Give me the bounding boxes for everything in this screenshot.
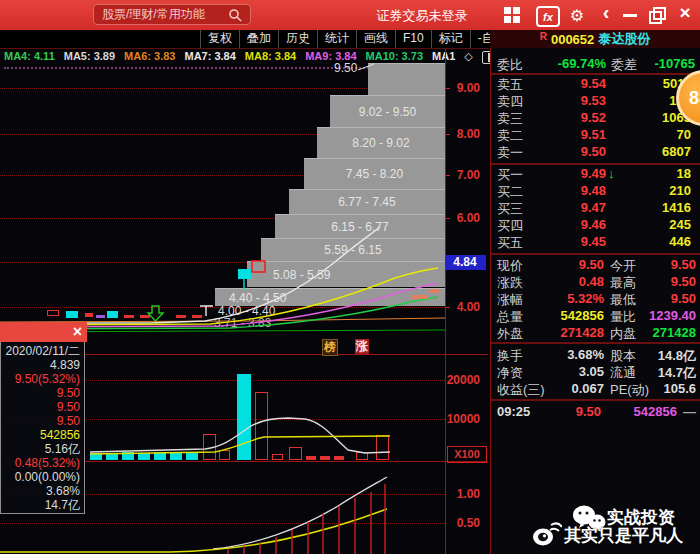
settings-gear-icon[interactable]: ⚙ (568, 6, 586, 24)
price-marker: 4.84 (444, 255, 486, 270)
bid-label: 买五 (497, 234, 523, 252)
toolbar-button-5[interactable]: 画线 (356, 30, 395, 48)
weibi-row: 委比-69.74%委差-10765 (491, 56, 700, 72)
bid-price: 9.47 (531, 200, 606, 215)
title-bar: 股票/理财/常用功能 证券交易未登录 fx ⚙ ‹ × (0, 0, 700, 30)
stat-value: 5.32% (533, 291, 604, 306)
popup-row-10: 0.00(0.00%) (1, 470, 84, 484)
formula-fx-icon[interactable]: fx (536, 6, 560, 27)
search-placeholder: 股票/理财/常用功能 (102, 6, 205, 23)
stat-value: 9.50 (621, 291, 696, 306)
bid-volume: 1416 (606, 200, 691, 215)
ask-price: 9.52 (531, 110, 606, 125)
popup-values: 2020/02/11/二4.8399.50(5.32%)9.509.509.50… (0, 342, 85, 514)
top-border (0, 48, 488, 49)
stat-label: 涨幅 (497, 291, 523, 309)
volume-bar (255, 392, 268, 460)
ma-label-2: MA5: 3.89 (64, 50, 115, 63)
stat-value: 9.50 (621, 274, 696, 289)
stock-header[interactable]: R 000652 泰达股份 (490, 30, 700, 48)
separator (491, 73, 700, 75)
stat-row-2: 涨跌0.48最高9.50 (491, 274, 700, 290)
popup-row-2: 4.839 (1, 358, 84, 372)
stat-row-7: 净资3.05流通14.7亿 (491, 364, 700, 380)
close-icon[interactable]: × (676, 4, 694, 22)
stat-value: 3.68% (533, 347, 604, 362)
ladder-box-4: 7.45 - 8.20 (304, 158, 445, 189)
bid-row-1: 买一9.49↓18 (491, 166, 700, 182)
restore-window-icon[interactable] (649, 6, 665, 24)
ask-volume: 70 (606, 127, 691, 142)
ma-label-4: MA7: 3.84 (184, 50, 235, 63)
ticker-row: 09:259.50542856— (491, 404, 700, 420)
stat-value: 0.48 (533, 274, 604, 289)
vol-axis-label: 20000 (440, 373, 480, 387)
popup-row-12: 14.7亿 (1, 498, 84, 512)
stat-row-6: 换手3.68%股本14.8亿 (491, 347, 700, 363)
popup-row-3: 9.50(5.32%) (1, 372, 84, 386)
bid-price: 9.48 (531, 183, 606, 198)
bid-label: 买三 (497, 200, 523, 218)
stat-value: 271428 (533, 325, 604, 340)
separator (491, 163, 700, 165)
popup-row-5: 9.50 (1, 400, 84, 414)
mini-candle (192, 315, 202, 318)
toolbar-button-4[interactable]: 统计 (317, 30, 356, 48)
mini-candle (96, 315, 105, 318)
stat-row-3: 涨幅5.32%最低9.50 (491, 291, 700, 307)
collapse-chevron-icon[interactable]: ‹ (599, 3, 613, 21)
toolbar-button-7[interactable]: 标记 (431, 30, 470, 48)
popup-row-7: 542856 (1, 428, 84, 442)
volume-bar (306, 456, 316, 460)
down-arrow-marker-icon (148, 306, 163, 321)
popup-header[interactable]: × (0, 322, 87, 342)
badge-bang[interactable]: 榜 (322, 339, 338, 356)
ma-label-5: MA8: 3.84 (245, 50, 296, 63)
ask-row-4: 卖四9.53147 (491, 93, 700, 109)
minimize-icon[interactable] (622, 6, 638, 24)
popup-row-11: 3.68% (1, 484, 84, 498)
stat-value: 542856 (533, 308, 604, 323)
stat-row-8: 收益(三)0.067PE(动)105.6 (491, 381, 700, 397)
stat-value: 105.6 (621, 381, 696, 396)
weibi-value: -69.74% (533, 56, 606, 71)
toolbar-button-1[interactable]: 复权 (200, 30, 239, 48)
ladder-top-label: 9.50 (334, 61, 357, 75)
diamond-icon[interactable]: ◇ (464, 50, 472, 63)
stat-label: 净资 (497, 364, 523, 382)
quote-panel: 委比-69.74%委差-10765卖五9.545011卖四9.53147卖三9.… (490, 48, 700, 554)
mini-candle (124, 315, 134, 318)
toolbar-button-6[interactable]: F10 (395, 30, 431, 48)
popup-close-button[interactable]: × (73, 323, 82, 341)
weicha-value: -10765 (621, 56, 695, 71)
toolbar-button-3[interactable]: 历史 (278, 30, 317, 48)
ticker-time: 09:25 (497, 404, 530, 419)
stat-value: 3.05 (533, 364, 604, 379)
margin-flag: R (540, 31, 547, 42)
search-input[interactable]: 股票/理财/常用功能 (93, 4, 251, 25)
stat-row-1: 现价9.50今开9.50 (491, 257, 700, 273)
bid-row-3: 买三9.471416 (491, 200, 700, 216)
bid-volume: 210 (606, 183, 691, 198)
volume-bar (122, 452, 134, 460)
ind-axis-label: 0.50 (440, 516, 480, 530)
apps-grid-icon[interactable] (503, 6, 521, 24)
popup-row-8: 5.16亿 (1, 442, 84, 456)
popup-row-6: 9.50 (1, 414, 84, 428)
mini-candle (85, 313, 93, 317)
weibi-label: 委比 (497, 56, 523, 74)
bid-row-5: 买五9.45446 (491, 234, 700, 250)
ask-row-5: 卖五9.545011 (491, 76, 700, 92)
stat-row-5: 外盘271428内盘271428 (491, 325, 700, 341)
popup-row-9: 0.48(5.32%) (1, 456, 84, 470)
toolbar-button-2[interactable]: 叠加 (239, 30, 278, 48)
bid-price: 9.46 (531, 217, 606, 232)
stat-value: 14.8亿 (621, 347, 696, 365)
ladder-box-6: 6.15 - 6.77 (275, 214, 445, 238)
stat-label: 涨跌 (497, 274, 523, 292)
stat-value: 271428 (621, 325, 696, 340)
stat-value: 1239.40 (621, 308, 696, 323)
badge-zhang[interactable]: 涨 (355, 339, 369, 354)
chart-toolbar: 复权叠加历史统计画线F10标记-自选返回 (0, 30, 490, 49)
ma-label-8: MA1 (432, 50, 455, 63)
